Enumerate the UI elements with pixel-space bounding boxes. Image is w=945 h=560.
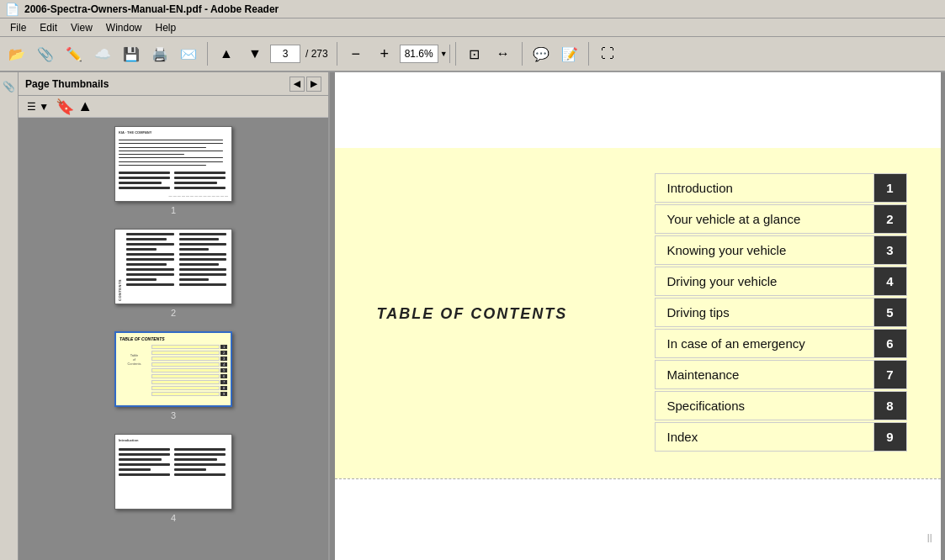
toc-item-num-8: 9 <box>874 423 906 451</box>
thumbnail-2[interactable]: CONTENTS <box>114 229 232 318</box>
open-button[interactable]: 📂 <box>3 40 30 67</box>
toc-item-num-0: 1 <box>874 174 906 202</box>
toc-item-text-7: Specifications <box>656 392 874 420</box>
thumbnails-scroll[interactable]: KIA · THE COMPANY <box>19 118 328 560</box>
toc-items-container: Introduction 1 Your vehicle at a glance … <box>655 173 907 452</box>
next-page-button[interactable]: ▼ <box>242 40 268 67</box>
toc-item-num-3: 4 <box>874 267 906 295</box>
toc-item-text-0: Introduction <box>656 174 874 202</box>
toc-item-num-6: 7 <box>874 361 906 388</box>
thumb-label-1: 1 <box>171 205 176 215</box>
toolbar-separator-4 <box>522 42 523 66</box>
toc-item-8[interactable]: Index 9 <box>655 422 907 452</box>
panel-title: Page Thumbnails <box>25 78 289 90</box>
fullscreen-button[interactable]: ⛶ <box>594 40 621 67</box>
save-button[interactable]: 💾 <box>118 40 145 67</box>
menu-edit[interactable]: Edit <box>33 20 64 35</box>
thumb-label-3: 3 <box>171 410 176 420</box>
pdf-viewer[interactable]: TABLE OF CONTENTS Introduction 1 Your ve… <box>330 72 945 560</box>
thumb-image-3[interactable]: TABLE OF CONTENTS TableofContents 1 <box>114 331 232 407</box>
menu-file[interactable]: File <box>3 20 33 35</box>
toc-item-4[interactable]: Driving tips 5 <box>655 298 907 327</box>
toc-item-3[interactable]: Driving your vehicle 4 <box>655 267 907 296</box>
toc-item-num-7: 8 <box>874 392 906 420</box>
left-panel: Page Thumbnails ◀ ▶ ☰ ▼ 🔖 ▲ KIA · THE CO… <box>19 72 330 560</box>
panel-header: Page Thumbnails ◀ ▶ <box>19 72 328 96</box>
comment-button[interactable]: 💬 <box>528 40 555 67</box>
main-layout: 📎 Page Thumbnails ◀ ▶ ☰ ▼ 🔖 ▲ KIA · THE … <box>0 72 945 560</box>
fit-width-button[interactable]: ↔ <box>490 40 517 67</box>
fit-page-button[interactable]: ⊡ <box>461 40 488 67</box>
toc-item-text-3: Driving your vehicle <box>656 267 874 295</box>
thumb-image-1[interactable]: KIA · THE COMPANY <box>114 126 232 202</box>
thumbnail-3[interactable]: TABLE OF CONTENTS TableofContents 1 <box>114 331 232 420</box>
prev-page-button[interactable]: ▲ <box>213 40 240 67</box>
page-input[interactable] <box>270 45 300 63</box>
zoom-container: ▼ <box>400 45 450 63</box>
zoom-in-button[interactable]: + <box>371 40 398 67</box>
attach-button[interactable]: 📎 <box>32 40 59 67</box>
toc-item-0[interactable]: Introduction 1 <box>655 173 907 203</box>
title-bar: 📄 2006-Spectra-Owners-Manual-EN.pdf - Ad… <box>0 0 945 18</box>
toc-item-2[interactable]: Knowing your vehicle 3 <box>655 235 907 265</box>
toolbar-separator-3 <box>455 42 456 66</box>
thumbnail-1[interactable]: KIA · THE COMPANY <box>114 126 232 215</box>
toc-item-text-1: Your vehicle at a glance <box>656 205 874 233</box>
panel-toolbar: ☰ ▼ 🔖 ▲ <box>19 96 328 118</box>
edit-button[interactable]: ✏️ <box>61 40 88 67</box>
toc-item-text-8: Index <box>656 423 874 451</box>
toc-title: TABLE OF CONTENTS <box>377 304 568 322</box>
menu-bar: File Edit View Window Help <box>0 18 945 37</box>
toc-item-text-2: Knowing your vehicle <box>656 236 874 264</box>
email-button[interactable]: ✉️ <box>175 40 202 67</box>
thumb-label-2: 2 <box>171 308 176 318</box>
app-icon: 📄 <box>5 3 19 16</box>
zoom-dropdown[interactable]: ▼ <box>438 45 449 63</box>
zoom-input[interactable] <box>401 48 438 60</box>
window-title: 2006-Spectra-Owners-Manual-EN.pdf - Adob… <box>24 3 279 15</box>
markup-button[interactable]: 📝 <box>556 40 583 67</box>
page-footer-line: || <box>927 532 932 542</box>
toc-item-text-4: Driving tips <box>656 298 874 326</box>
toc-item-1[interactable]: Your vehicle at a glance 2 <box>655 204 907 234</box>
menu-help[interactable]: Help <box>149 20 183 35</box>
toc-item-5[interactable]: In case of an emergency 6 <box>655 329 907 358</box>
mountain-icon: ▲ <box>77 98 93 115</box>
attachment-icon[interactable]: 📎 <box>2 79 17 94</box>
toc-item-6[interactable]: Maintenance 7 <box>655 360 907 389</box>
thumb-image-2[interactable]: CONTENTS <box>114 229 232 304</box>
thumb-label-4: 4 <box>171 513 176 523</box>
menu-window[interactable]: Window <box>99 20 149 35</box>
toc-item-num-5: 6 <box>874 330 906 357</box>
toc-item-num-2: 3 <box>874 236 906 264</box>
menu-view[interactable]: View <box>64 20 99 35</box>
page-top <box>335 72 941 148</box>
toolbar: 📂 📎 ✏️ ☁️ 💾 🖨️ ✉️ ▲ ▼ / 273 − + ▼ ⊡ ↔ 💬 … <box>0 37 945 72</box>
toc-item-num-1: 2 <box>874 205 906 233</box>
toc-section: TABLE OF CONTENTS Introduction 1 Your ve… <box>335 148 941 478</box>
left-icon-strip: 📎 <box>0 72 19 560</box>
toc-item-text-6: Maintenance <box>656 361 874 388</box>
toolbar-separator-1 <box>207 42 208 66</box>
pdf-page: TABLE OF CONTENTS Introduction 1 Your ve… <box>335 72 941 560</box>
page-bottom: || <box>335 478 941 546</box>
toolbar-separator-2 <box>337 42 337 66</box>
toc-item-text-5: In case of an emergency <box>656 330 874 357</box>
toc-item-num-4: 5 <box>874 298 906 326</box>
toc-item-7[interactable]: Specifications 8 <box>655 391 907 420</box>
bookmark-icon: 🔖 <box>56 98 74 116</box>
thumbnail-4[interactable]: Introduction <box>114 434 232 523</box>
upload-button[interactable]: ☁️ <box>89 40 116 67</box>
panel-next-btn[interactable]: ▶ <box>306 77 321 92</box>
panel-prev-btn[interactable]: ◀ <box>289 77 305 92</box>
panel-options-btn[interactable]: ☰ ▼ <box>24 98 52 115</box>
toolbar-separator-5 <box>588 42 589 66</box>
zoom-out-button[interactable]: − <box>342 40 369 67</box>
page-total: / 273 <box>305 48 328 60</box>
thumb-image-4[interactable]: Introduction <box>114 434 232 510</box>
print-button[interactable]: 🖨️ <box>146 40 173 67</box>
